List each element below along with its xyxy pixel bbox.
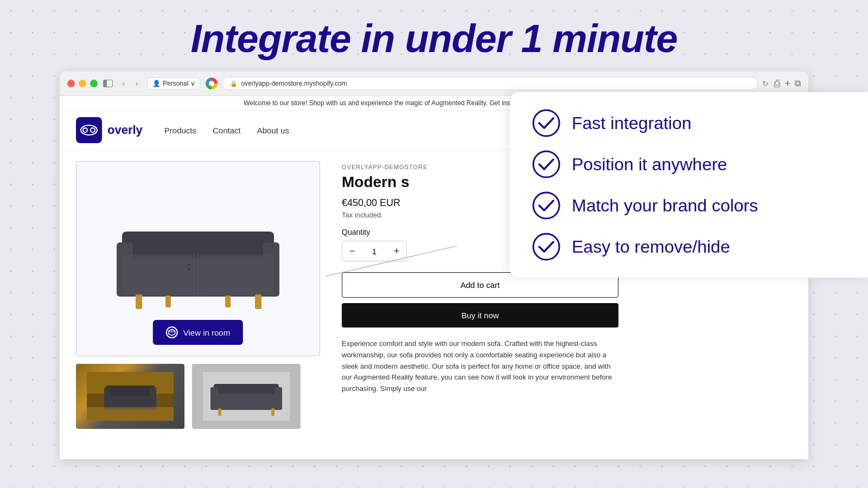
nav-contact[interactable]: Contact [213, 126, 241, 135]
product-description: Experience comfort and style with our mo… [342, 338, 618, 395]
svg-rect-23 [214, 384, 279, 394]
lock-icon: 🔒 [230, 80, 238, 87]
nav-arrows: ‹ › [118, 78, 142, 89]
reload-icon[interactable]: ↻ [762, 79, 769, 88]
svg-rect-10 [225, 296, 231, 307]
svg-rect-11 [255, 294, 261, 309]
svg-point-29 [533, 110, 559, 136]
nav-products[interactable]: Products [164, 126, 196, 135]
duplicate-icon[interactable]: ⧉ [795, 79, 801, 88]
svg-point-2 [91, 128, 95, 132]
share-icon[interactable]: ⎙ [774, 78, 780, 89]
svg-point-32 [533, 234, 559, 260]
feature-text-1: Fast integration [572, 113, 692, 133]
feature-text-4: Easy to remove/hide [572, 237, 730, 257]
close-button[interactable] [67, 80, 75, 87]
browser-actions: ⎙ + ⧉ [774, 78, 801, 89]
svg-rect-22 [214, 391, 279, 410]
thumbnail-row [76, 364, 326, 429]
feature-text-2: Position it anywhere [572, 155, 727, 175]
profile-icon: 👤 [152, 80, 161, 87]
thumbnail-2[interactable] [192, 364, 301, 429]
feature-item-3: Match your brand colors [532, 191, 846, 220]
check-icon-1 [532, 108, 561, 138]
forward-button[interactable]: › [131, 78, 142, 89]
profile-label: Personal [163, 80, 188, 87]
buy-now-button[interactable]: Buy it now [342, 303, 618, 328]
back-button[interactable]: ‹ [118, 78, 129, 89]
address-bar[interactable]: 🔒 overlyapp-demostore.myshopify.com [222, 77, 758, 90]
svg-rect-18 [104, 387, 111, 410]
minimize-button[interactable] [79, 80, 86, 87]
feature-item-2: Position it anywhere [532, 150, 846, 179]
page-headline: Integrate in under 1 minute [0, 0, 868, 72]
check-icon-4 [532, 232, 561, 261]
page-wrapper: Integrate in under 1 minute ‹ › 👤 Person… [0, 0, 868, 488]
svg-point-30 [533, 151, 559, 177]
url-text: overlyapp-demostore.myshopify.com [241, 80, 347, 87]
view-in-room-button[interactable]: View in room [153, 320, 243, 345]
svg-rect-17 [106, 386, 155, 396]
check-icon-3 [532, 191, 561, 220]
new-tab-icon[interactable]: + [784, 78, 790, 89]
fullscreen-button[interactable] [90, 80, 98, 87]
quantity-value: 1 [362, 247, 387, 256]
thumbnail-1[interactable] [76, 364, 184, 429]
svg-rect-9 [165, 296, 171, 307]
svg-rect-27 [271, 408, 275, 416]
logo-icon [76, 117, 102, 143]
svg-rect-20 [87, 407, 174, 421]
traffic-lights [67, 80, 98, 87]
features-panel: Fast integration Position it anywhere Ma… [510, 92, 868, 278]
feature-item-4: Easy to remove/hide [532, 232, 846, 261]
svg-point-31 [533, 192, 559, 219]
chrome-icon [206, 78, 218, 89]
sofa-image [111, 199, 285, 318]
svg-point-1 [83, 128, 87, 132]
product-images: ↕ View in room [76, 161, 326, 448]
svg-rect-25 [275, 387, 282, 410]
feature-item-1: Fast integration [532, 108, 846, 138]
svg-rect-13 [200, 254, 273, 295]
nav-links: Products Contact About us [164, 126, 289, 135]
quantity-decrease[interactable]: − [342, 241, 362, 261]
main-product-image: ↕ View in room [76, 161, 320, 356]
chevron-down-icon: ∨ [190, 80, 195, 87]
profile-pill[interactable]: 👤 Personal ∨ [148, 78, 200, 89]
quantity-increase[interactable]: + [387, 241, 406, 261]
view-in-room-label: View in room [183, 328, 230, 337]
svg-rect-24 [210, 387, 218, 410]
logo-text: overly [107, 123, 143, 137]
cursor-icon: ↕ [186, 259, 193, 274]
quantity-selector: − 1 + [342, 241, 407, 261]
store-logo: overly [76, 117, 143, 143]
sidebar-toggle-icon[interactable] [103, 80, 113, 87]
ar-icon [166, 326, 178, 338]
address-bar-container: 🔒 overlyapp-demostore.myshopify.com ↻ [206, 77, 769, 90]
check-icon-2 [532, 150, 561, 179]
feature-text-3: Match your brand colors [572, 196, 758, 216]
svg-rect-8 [136, 294, 142, 309]
svg-rect-19 [150, 387, 156, 410]
nav-about[interactable]: About us [257, 126, 289, 135]
svg-rect-26 [218, 408, 221, 416]
